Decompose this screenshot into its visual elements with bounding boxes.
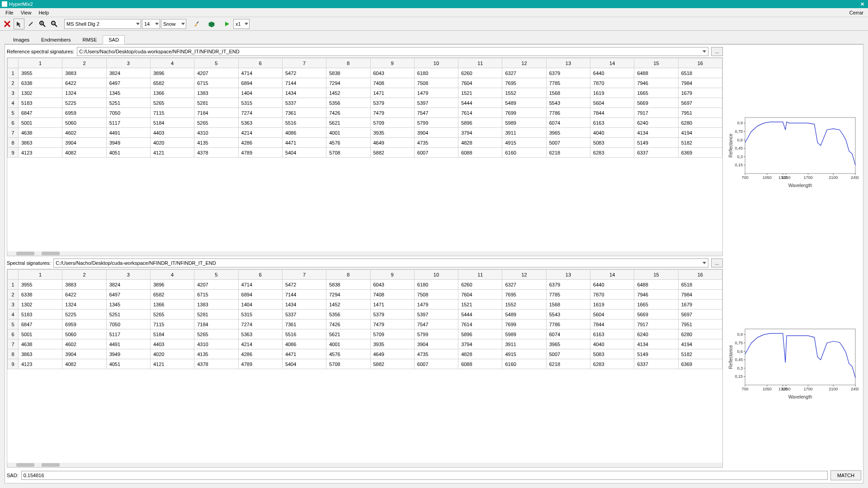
menu-help[interactable]: Help [35,10,52,15]
ref-table[interactable]: 1234567891011121314151613955388338243896… [7,57,723,256]
sad-value-field[interactable]: 0.154816 [21,471,828,480]
svg-line-0 [29,22,33,26]
svg-rect-9 [745,117,855,174]
sad-row: SAD: 0.154816 MATCH [7,469,861,481]
svg-text:0,3: 0,3 [737,366,743,371]
svg-text:0,45: 0,45 [735,146,743,150]
menubar: File View Help Cerrar [0,8,868,17]
font-combo-value: MS Shell Dlg 2 [66,21,99,27]
svg-text:0,9: 0,9 [737,121,743,125]
svg-text:0,6: 0,6 [737,138,743,142]
spec-chart: 0,150,30,450,60,750,97001050130013501700… [726,258,861,468]
ref-label: Reference spectral signatures: [7,49,74,54]
spec-scrollbar[interactable] [7,463,722,467]
svg-text:Reflectance: Reflectance [728,133,733,157]
svg-line-6 [55,24,57,27]
svg-text:0,6: 0,6 [737,349,743,354]
tab-images[interactable]: Images [7,35,35,44]
zoom-out-icon[interactable] [49,19,60,29]
spec-label: Spectral signatures: [7,260,51,266]
svg-text:1050: 1050 [763,175,772,180]
svg-text:700: 700 [741,387,748,391]
fontsize-value: 14 [144,21,150,27]
app-icon [2,1,7,7]
svg-line-2 [43,24,45,27]
tab-endmembers[interactable]: Endmembers [35,35,76,44]
spec-browse-button[interactable]: ... [711,258,723,267]
svg-text:0,75: 0,75 [735,341,743,345]
svg-text:2450: 2450 [851,175,859,180]
brush-icon[interactable] [191,19,202,29]
wand-icon[interactable] [25,19,36,29]
menu-file[interactable]: File [2,10,17,15]
color-combo-value: Snow [163,21,176,27]
zoom-in-icon[interactable] [37,19,48,29]
spectral-section: Spectral signatures: C:/Users/Nacho/Desk… [7,258,861,468]
reference-section: Reference spectral signatures: C:/Users/… [7,47,861,256]
color-combo[interactable]: Snow [161,19,186,29]
menu-view[interactable]: View [17,10,35,15]
svg-text:2100: 2100 [829,175,838,180]
toolbar: MS Shell Dlg 2 14 Snow x1 [0,17,868,31]
close-icon[interactable]: ✕ [858,1,866,7]
svg-text:1700: 1700 [803,387,812,391]
fontsize-combo[interactable]: 14 [142,19,160,29]
svg-text:0,9: 0,9 [737,332,743,337]
ref-chart: 0,150,30,450,60,750,97001050130013501700… [726,47,861,256]
zoom-combo[interactable]: x1 [233,19,250,29]
match-button[interactable]: MATCH [830,470,861,480]
cursor-icon[interactable] [14,19,24,29]
zoom-value: x1 [236,21,241,27]
sad-value: 0.154816 [24,473,44,478]
svg-text:1050: 1050 [763,387,772,391]
svg-text:2100: 2100 [829,387,838,391]
svg-text:2450: 2450 [851,387,859,391]
svg-text:0,3: 0,3 [737,155,743,159]
svg-text:1350: 1350 [782,175,791,180]
window-title: HyperMix2 [9,1,858,7]
svg-text:0,15: 0,15 [735,163,743,167]
ref-scrollbar[interactable] [7,251,722,256]
svg-text:Wavelength: Wavelength [788,394,812,399]
tab-sad[interactable]: SAD [103,35,125,44]
box-icon[interactable] [206,19,217,29]
spec-table[interactable]: 1234567891011121314151613955388338243896… [7,269,723,468]
tabs: Images Endmembers RMSE SAD [5,33,863,44]
font-combo[interactable]: MS Shell Dlg 2 [64,19,141,29]
svg-text:Reflectance: Reflectance [728,345,733,369]
spec-path-combo[interactable]: C:/Users/Nacho/Desktop/cuda-workspace/NF… [53,258,708,267]
sad-label: SAD: [7,473,19,478]
titlebar: HyperMix2 ✕ [0,0,868,8]
svg-text:0,45: 0,45 [735,357,743,362]
svg-text:1350: 1350 [782,387,791,391]
ref-browse-button[interactable]: ... [711,47,723,56]
svg-line-8 [197,22,198,23]
play-icon[interactable] [222,19,232,29]
ref-path-combo[interactable]: C:/Users/Nacho/Desktop/cuda-workspace/NF… [77,47,708,56]
tab-rmse[interactable]: RMSE [77,35,103,44]
close-icon-tool[interactable] [2,19,13,29]
sad-panel: Reference spectral signatures: C:/Users/… [5,44,863,483]
svg-text:0,75: 0,75 [735,129,743,134]
menu-cerrar[interactable]: Cerrar [846,10,866,15]
svg-rect-38 [745,329,855,385]
svg-text:1700: 1700 [803,175,812,180]
ref-path-value: C:/Users/Nacho/Desktop/cuda-workspace/NF… [79,49,240,54]
svg-text:700: 700 [741,175,748,180]
svg-text:Wavelength: Wavelength [788,183,812,188]
spec-path-value: C:/Users/Nacho/Desktop/cuda-workspace/NF… [56,260,216,266]
svg-text:0,15: 0,15 [735,374,743,379]
